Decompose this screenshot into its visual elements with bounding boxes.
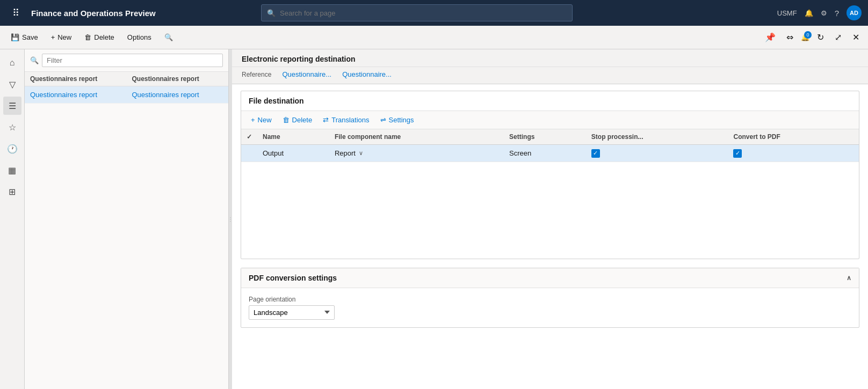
list-icon: ☰ — [9, 101, 16, 111]
expand-icon[interactable]: ⤢ — [831, 30, 845, 45]
notification-badge[interactable]: 🔔 0 — [801, 33, 809, 41]
reference-row: Reference Questionnaire... Questionnaire… — [232, 67, 868, 84]
calendar-icon: ▦ — [8, 165, 16, 175]
search-toolbar-icon: 🔍 — [164, 33, 173, 41]
sidebar-item-favorites[interactable]: ☆ — [3, 118, 21, 136]
refresh-icon[interactable]: ↻ — [814, 30, 827, 45]
collapse-icon[interactable]: ∧ — [847, 274, 851, 282]
col-header-2: Questionnaires report — [127, 72, 229, 86]
row-settings-cell: Screen — [504, 145, 586, 162]
sidebar-item-clock[interactable]: 🕐 — [3, 140, 21, 158]
clock-icon: 🕐 — [7, 144, 18, 154]
top-nav: ⠿ Finance and Operations Preview 🔍 USMF … — [0, 0, 868, 26]
col-header-name: Name — [257, 129, 329, 145]
gear-icon[interactable]: ⚙ — [821, 9, 827, 17]
delete-sub-icon: 🗑 — [283, 116, 290, 124]
search-icon: 🔍 — [267, 9, 276, 17]
save-button[interactable]: 💾 Save — [5, 31, 44, 43]
convert-pdf-checkbox[interactable]: ✓ — [733, 149, 742, 158]
reference-value-2[interactable]: Questionnaire... — [342, 70, 392, 78]
stop-proc-checkbox[interactable]: ✓ — [591, 149, 600, 158]
table-row[interactable]: Output Report ∨ Screen ✓ ✓ — [241, 145, 859, 162]
col-header-file-component: File component name — [329, 129, 504, 145]
sidebar-icons: ⌂ ▽ ☰ ☆ 🕐 ▦ ⊞ — [0, 49, 25, 389]
sidebar-item-home[interactable]: ⌂ — [3, 54, 21, 72]
er-destination-title: Electronic reporting destination — [242, 55, 858, 63]
file-dest-delete-button[interactable]: 🗑 Delete — [278, 114, 317, 126]
row-check-cell — [241, 145, 257, 162]
sidebar-item-filter[interactable]: ▽ — [3, 75, 21, 93]
file-destination-title: File destination — [241, 91, 859, 111]
sidebar-item-calendar[interactable]: ▦ — [3, 161, 21, 179]
star-icon: ☆ — [9, 122, 16, 133]
nav-right: USMF 🔔 ⚙ ? AD — [777, 5, 862, 20]
search-input[interactable] — [280, 9, 567, 17]
file-dest-toolbar: + New 🗑 Delete ⇄ Translations ⇌ Settings — [241, 111, 859, 129]
close-icon[interactable]: ✕ — [849, 30, 863, 45]
page-orientation-field: Page orientation Landscape Portrait — [249, 296, 851, 320]
row-stop-proc-cell: ✓ — [586, 145, 728, 162]
right-panel: Electronic reporting destination Referen… — [232, 49, 868, 389]
toolbar-right: 📌 ⇔ 🔔 0 ↻ ⤢ ✕ — [762, 30, 863, 45]
col-header-stop-proc: Stop processin... — [586, 129, 728, 145]
pdf-section-title: PDF conversion settings ∧ — [241, 268, 859, 288]
options-button[interactable]: Options — [122, 31, 157, 43]
translate-icon: ⇄ — [323, 116, 329, 124]
new-button[interactable]: + New — [46, 31, 77, 43]
file-destination-section: File destination + New 🗑 Delete ⇄ Transl… — [241, 91, 859, 259]
search-bar[interactable]: 🔍 — [261, 4, 573, 21]
page-orientation-label: Page orientation — [249, 296, 851, 303]
save-icon: 💾 — [11, 33, 19, 41]
table-empty-area — [241, 162, 859, 259]
home-icon: ⌂ — [10, 58, 15, 68]
col-header-settings: Settings — [504, 129, 586, 145]
new-icon: + — [251, 116, 255, 124]
main-layout: ⌂ ▽ ☰ ☆ 🕐 ▦ ⊞ 🔍 Questionnaires report Qu… — [0, 49, 868, 389]
page-orientation-select[interactable]: Landscape Portrait — [249, 305, 335, 320]
list-header: Questionnaires report Questionnaires rep… — [25, 72, 228, 86]
translations-button[interactable]: ⇄ Translations — [319, 114, 373, 126]
hamburger-menu-icon[interactable]: ⠿ — [6, 4, 25, 22]
main-toolbar: 💾 Save + New 🗑 Delete Options 🔍 📌 ⇔ 🔔 0 … — [0, 26, 868, 49]
environment-label: USMF — [777, 9, 797, 17]
bell-icon[interactable]: 🔔 — [805, 9, 813, 17]
filter-row: 🔍 — [25, 49, 228, 72]
pin-icon[interactable]: 📌 — [762, 30, 779, 45]
settings-button[interactable]: ⇌ Settings — [376, 114, 418, 126]
sidebar-item-modules[interactable]: ⊞ — [3, 182, 21, 201]
row-convert-pdf-cell: ✓ — [728, 145, 859, 162]
pdf-conversion-section: PDF conversion settings ∧ Page orientati… — [241, 268, 859, 328]
list-item-col1: Questionnaires report — [25, 86, 127, 103]
pdf-content: Page orientation Landscape Portrait — [241, 288, 859, 327]
help-icon[interactable]: ? — [835, 9, 839, 18]
avatar[interactable]: AD — [847, 5, 862, 20]
col-header-1: Questionnaires report — [25, 72, 127, 86]
row-name-cell: Output — [257, 145, 329, 162]
toolbar-search-icon[interactable]: 🔍 — [159, 31, 178, 43]
reference-value-1[interactable]: Questionnaire... — [282, 70, 331, 78]
list-item-col2: Questionnaires report — [127, 86, 229, 103]
checkmark-icon: ✓ — [247, 133, 252, 141]
compare-icon[interactable]: ⇔ — [783, 30, 797, 45]
row-file-component-cell: Report ∨ — [329, 145, 504, 162]
sidebar-item-list[interactable]: ☰ — [3, 97, 21, 115]
modules-icon: ⊞ — [9, 187, 16, 197]
er-destination-header: Electronic reporting destination — [232, 49, 868, 67]
filter-input[interactable] — [42, 54, 223, 67]
new-plus-icon: + — [51, 33, 55, 41]
filter-search-icon: 🔍 — [30, 56, 39, 64]
delete-icon: 🗑 — [84, 33, 91, 41]
left-panel: 🔍 Questionnaires report Questionnaires r… — [25, 49, 229, 389]
filter-icon: ▽ — [9, 79, 16, 90]
file-dest-new-button[interactable]: + New — [247, 114, 276, 126]
reference-label: Reference — [242, 71, 271, 78]
list-item[interactable]: Questionnaires report Questionnaires rep… — [25, 86, 228, 104]
col-header-convert-pdf: Convert to PDF — [728, 129, 859, 145]
col-header-check: ✓ — [241, 129, 257, 145]
file-dest-table: ✓ Name File component name Settings Stop… — [241, 129, 859, 162]
app-title: Finance and Operations Preview — [31, 9, 156, 18]
settings-sub-icon: ⇌ — [380, 116, 386, 124]
delete-button[interactable]: 🗑 Delete — [79, 31, 120, 43]
dropdown-arrow-icon[interactable]: ∨ — [359, 150, 363, 157]
